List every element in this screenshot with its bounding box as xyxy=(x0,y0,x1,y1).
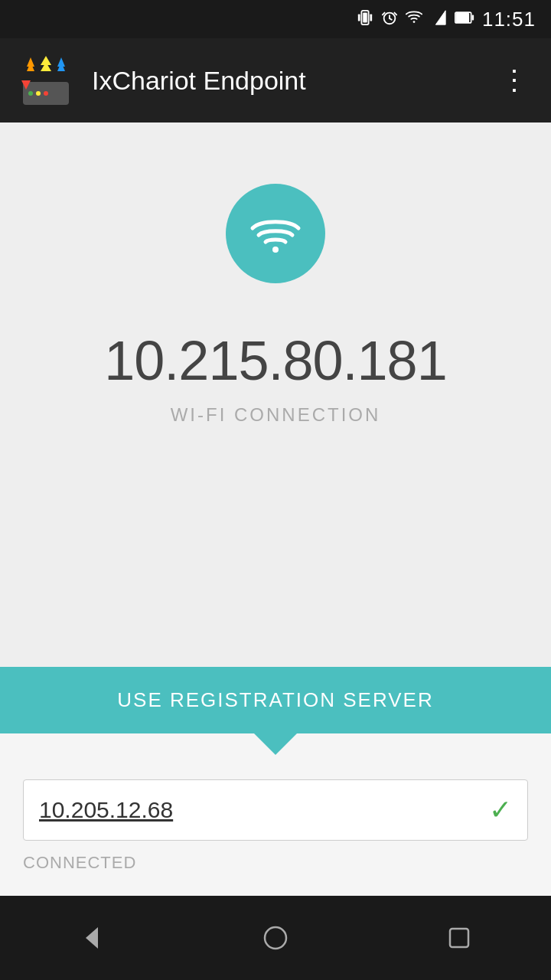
nav-bar xyxy=(0,896,551,980)
wifi-status-icon xyxy=(406,9,422,30)
wifi-status-circle xyxy=(226,184,325,283)
connection-type-label: WI-FI CONNECTION xyxy=(171,404,381,426)
svg-rect-1 xyxy=(363,12,367,22)
app-title: IxChariot Endpoint xyxy=(92,66,493,96)
registration-server-banner[interactable]: USE REGISTRATION SERVER xyxy=(0,667,551,733)
home-button[interactable] xyxy=(245,907,306,969)
svg-point-7 xyxy=(413,21,416,23)
alarm-icon xyxy=(381,9,398,30)
recents-button[interactable] xyxy=(429,907,490,969)
overflow-menu-button[interactable]: ⋮ xyxy=(493,57,536,104)
server-address-input[interactable] xyxy=(39,797,481,823)
status-bar: 11:51 xyxy=(0,0,551,38)
status-icons: 11:51 xyxy=(357,8,536,31)
connected-status-label: CONNECTED xyxy=(23,853,528,873)
vibrate-icon xyxy=(357,9,373,30)
registration-server-label: USE REGISTRATION SERVER xyxy=(117,688,433,711)
check-icon: ✓ xyxy=(489,794,512,826)
banner-arrow xyxy=(253,732,298,755)
svg-rect-2 xyxy=(358,14,360,21)
back-button[interactable] xyxy=(61,907,122,969)
signal-icon xyxy=(430,9,447,30)
svg-point-16 xyxy=(44,91,48,96)
svg-point-24 xyxy=(272,247,279,253)
svg-marker-25 xyxy=(86,927,98,949)
status-time: 11:51 xyxy=(482,8,536,31)
main-content: 10.215.80.181 WI-FI CONNECTION USE REGIS… xyxy=(0,122,551,896)
app-bar: IxChariot Endpoint ⋮ xyxy=(0,38,551,122)
svg-rect-3 xyxy=(370,14,372,21)
svg-point-15 xyxy=(36,91,41,96)
svg-line-6 xyxy=(390,18,392,19)
app-logo xyxy=(15,50,77,111)
svg-point-26 xyxy=(265,927,286,949)
battery-icon xyxy=(455,11,474,28)
svg-rect-11 xyxy=(456,12,469,21)
ip-address-display: 10.215.80.181 xyxy=(104,329,446,392)
server-input-container: ✓ xyxy=(23,779,528,841)
svg-point-14 xyxy=(28,91,33,96)
svg-rect-12 xyxy=(471,15,474,20)
lower-section: ✓ CONNECTED xyxy=(0,733,551,896)
svg-rect-27 xyxy=(450,929,468,947)
